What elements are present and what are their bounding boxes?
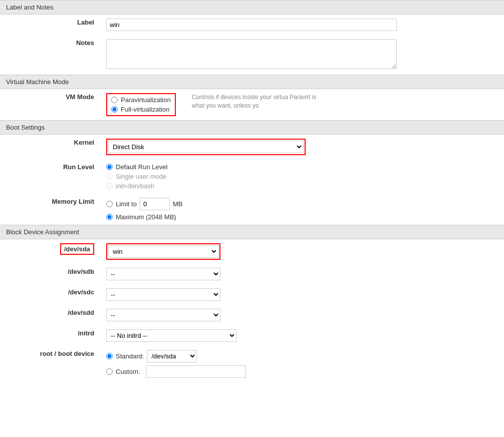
root-boot-row: root / boot device Standard: /dev/sda Cu… (0, 346, 504, 382)
vm-mode-label: VM Mode (66, 93, 94, 101)
fullvirt-label: Full-virtualization (121, 106, 170, 113)
label-field-cell (100, 15, 504, 35)
device-sdd-row: /dev/sdd -- (0, 305, 504, 325)
sdd-label-cell: /dev/sdd (0, 305, 100, 325)
root-custom-radio[interactable] (106, 368, 113, 375)
sdc-select-cell: -- (100, 284, 504, 305)
run-level-init-row: init=/bin/bash (106, 182, 498, 190)
kernel-select-wrapper: Direct Disk (106, 139, 306, 155)
run-level-single-radio[interactable] (106, 173, 113, 180)
root-custom-row: Custom: (106, 365, 498, 378)
paravirt-row: Paravirtualization (111, 96, 171, 104)
sdb-select-cell: -- (100, 264, 504, 284)
sdc-label: /dev/sdc (68, 288, 94, 296)
memory-limit-row: Limit to MB (106, 198, 498, 210)
sdb-select[interactable]: -- (106, 268, 220, 280)
notes-field-cell (100, 35, 504, 75)
root-standard-label: Standard: (116, 352, 144, 360)
memory-limit-label-cell: Memory Limit (0, 194, 100, 225)
sdb-label: /dev/sdb (68, 268, 94, 275)
label-notes-section-header: Label and Notes (0, 0, 504, 15)
root-boot-label: root / boot device (40, 350, 94, 357)
sda-label-cell: /dev/sda (0, 239, 100, 264)
vm-mode-title: Virtual Machine Mode (6, 78, 69, 86)
sdd-select-cell: -- (100, 305, 504, 325)
memory-limit-radio[interactable] (106, 201, 113, 207)
memory-unit-label: MB (173, 200, 183, 208)
paravirt-label: Paravirtualization (121, 96, 171, 104)
initrd-select[interactable]: -- No initrd -- (106, 329, 236, 342)
vm-mode-hint-text: Controls if devices inside your virtua P… (192, 94, 317, 109)
fullvirt-row: Full-virtualization (111, 106, 171, 113)
memory-limit-input[interactable] (140, 198, 170, 210)
label-field-label: Label (0, 15, 100, 35)
run-level-label-cell: Run Level (0, 159, 100, 194)
vm-mode-radio-group: Paravirtualization Full-virtualization (111, 96, 171, 113)
notes-label: Notes (76, 39, 94, 47)
run-level-init-radio[interactable] (106, 183, 113, 189)
kernel-label-cell: Kernel (0, 135, 100, 159)
run-level-init-label: init=/bin/bash (116, 182, 154, 190)
memory-limit-label: Memory Limit (52, 198, 94, 205)
kernel-select[interactable]: Direct Disk (108, 141, 304, 153)
label-input[interactable] (106, 19, 397, 31)
block-device-title: Block Device Assignment (6, 228, 79, 236)
vm-mode-red-box: Paravirtualization Full-virtualization (106, 93, 176, 116)
block-device-section-header: Block Device Assignment (0, 225, 504, 239)
run-level-single-row: Single user mode (106, 173, 498, 180)
boot-settings-section-header: Boot Settings (0, 120, 504, 135)
root-standard-radio[interactable] (106, 353, 113, 359)
run-level-default-row: Default Run Level (106, 163, 498, 171)
label-notes-title: Label and Notes (6, 4, 54, 11)
sdd-label: /dev/sdd (68, 309, 94, 316)
fullvirt-radio[interactable] (111, 106, 118, 113)
kernel-label: Kernel (74, 139, 94, 146)
kernel-field-cell: Direct Disk (100, 135, 504, 159)
boot-settings-title: Boot Settings (6, 124, 45, 131)
vm-mode-section-header: Virtual Machine Mode (0, 75, 504, 89)
sda-select[interactable]: win (108, 245, 218, 258)
notes-textarea[interactable] (106, 39, 397, 69)
memory-group: Limit to MB Maximum (2048 MB) (106, 198, 498, 221)
root-custom-label: Custom: (116, 368, 140, 375)
vm-mode-options-cell: Paravirtualization Full-virtualization C… (100, 89, 504, 120)
initrd-row: initrd -- No initrd -- (0, 325, 504, 346)
device-sdb-row: /dev/sdb -- (0, 264, 504, 284)
sda-label: /dev/sda (60, 243, 94, 255)
run-level-group: Default Run Level Single user mode init=… (106, 163, 498, 190)
root-boot-field-cell: Standard: /dev/sda Custom: (100, 346, 504, 382)
root-boot-label-cell: root / boot device (0, 346, 100, 382)
sdd-select[interactable]: -- (106, 309, 220, 321)
root-standard-row: Standard: /dev/sda (106, 350, 498, 362)
initrd-select-cell: -- No initrd -- (100, 325, 504, 346)
sda-select-cell: win (100, 239, 504, 264)
root-custom-input[interactable] (146, 365, 246, 378)
limit-to-label: Limit to (116, 200, 137, 208)
paravirt-radio[interactable] (111, 97, 118, 103)
notes-field-label: Notes (0, 35, 100, 75)
run-level-default-radio[interactable] (106, 164, 113, 170)
memory-max-row: Maximum (2048 MB) (106, 213, 498, 221)
run-level-single-label: Single user mode (116, 173, 166, 180)
sdc-label-cell: /dev/sdc (0, 284, 100, 305)
memory-max-radio[interactable] (106, 214, 113, 220)
run-level-default-label: Default Run Level (116, 163, 167, 171)
vm-mode-label-cell: VM Mode (0, 89, 100, 120)
sdc-select[interactable]: -- (106, 288, 220, 301)
run-level-label: Run Level (63, 163, 94, 171)
initrd-label-cell: initrd (0, 325, 100, 346)
root-standard-select[interactable]: /dev/sda (147, 350, 197, 362)
initrd-label: initrd (78, 329, 95, 337)
device-sda-row: /dev/sda win (0, 239, 504, 264)
memory-limit-field-cell: Limit to MB Maximum (2048 MB) (100, 194, 504, 225)
sdb-label-cell: /dev/sdb (0, 264, 100, 284)
vm-mode-hint: Controls if devices inside your virtua P… (184, 93, 324, 110)
label-label: Label (77, 19, 94, 26)
run-level-field-cell: Default Run Level Single user mode init=… (100, 159, 504, 194)
memory-max-label: Maximum (2048 MB) (116, 213, 176, 221)
root-device-group: Standard: /dev/sda Custom: (106, 350, 498, 378)
device-sdc-row: /dev/sdc -- (0, 284, 504, 305)
